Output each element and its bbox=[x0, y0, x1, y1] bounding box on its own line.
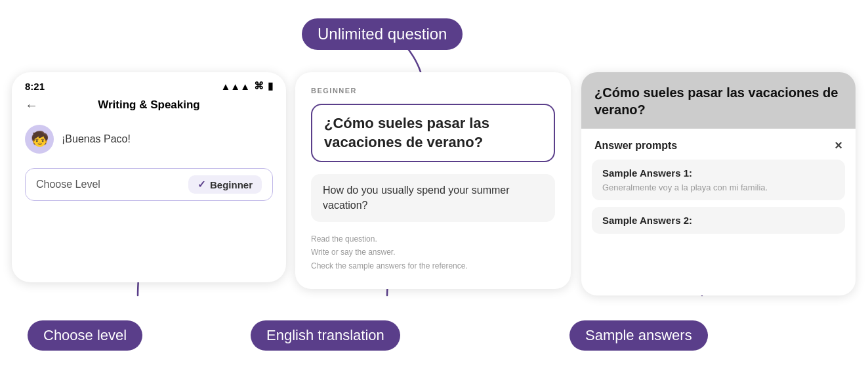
sample-answer-2-title: Sample Answers 2: bbox=[602, 215, 835, 226]
level-label: Choose Level bbox=[36, 179, 100, 190]
phone-card: 8:21 ▲▲▲ ⌘ ▮ ← Writing & Speaking 🧒 ¡Bue… bbox=[12, 72, 286, 282]
time-display: 8:21 bbox=[25, 81, 45, 92]
spanish-question: ¿Cómo sueles pasar las vacaciones de ver… bbox=[311, 104, 555, 162]
avatar: 🧒 bbox=[25, 125, 54, 154]
level-badge: ✓ Beginner bbox=[188, 175, 262, 194]
prompts-title: Answer prompts bbox=[594, 140, 677, 152]
difficulty-label: BEGINNER bbox=[311, 87, 555, 95]
right-card-header: ¿Cómo sueles pasar las vacaciones de ver… bbox=[581, 72, 856, 129]
screen-title: Writing & Speaking bbox=[98, 98, 200, 112]
close-button[interactable]: × bbox=[835, 138, 842, 153]
answer-prompts-bar: Answer prompts × bbox=[581, 129, 856, 160]
status-icons: ▲▲▲ ⌘ ▮ bbox=[220, 80, 273, 92]
right-card: ¿Cómo sueles pasar las vacaciones de ver… bbox=[581, 72, 856, 295]
sample-answer-2-box: Sample Answers 2: bbox=[592, 207, 845, 234]
checkmark-icon: ✓ bbox=[197, 179, 206, 190]
instructions: Read the question. Write or say the answ… bbox=[311, 232, 555, 272]
wifi-icon: ⌘ bbox=[254, 80, 264, 92]
callout-english-translation: English translation bbox=[251, 320, 400, 351]
level-selector[interactable]: Choose Level ✓ Beginner bbox=[25, 168, 273, 201]
sample-answer-1-title: Sample Answers 1: bbox=[602, 167, 835, 179]
battery-icon: ▮ bbox=[268, 80, 273, 92]
english-translation: How do you usually spend your summer vac… bbox=[311, 174, 555, 222]
middle-card: BEGINNER ¿Cómo sueles pasar las vacacion… bbox=[295, 72, 571, 289]
back-arrow-icon[interactable]: ← bbox=[25, 98, 38, 113]
callout-unlimited: Unlimited question bbox=[302, 18, 463, 50]
right-header-question: ¿Cómo sueles pasar las vacaciones de ver… bbox=[594, 85, 838, 117]
phone-header: ← Writing & Speaking bbox=[12, 95, 286, 118]
instruction-3: Check the sample answers for the referen… bbox=[311, 259, 555, 272]
greeting-text: ¡Buenas Paco! bbox=[62, 133, 131, 145]
callout-choose-level: Choose level bbox=[28, 320, 142, 351]
callout-sample-answers: Sample answers bbox=[569, 320, 708, 351]
level-value: Beginner bbox=[210, 179, 253, 190]
sample-answer-1-box: Sample Answers 1: Generalmente voy a la … bbox=[592, 160, 845, 200]
instruction-1: Read the question. bbox=[311, 232, 555, 246]
instruction-2: Write or say the answer. bbox=[311, 246, 555, 259]
status-bar: 8:21 ▲▲▲ ⌘ ▮ bbox=[12, 72, 286, 95]
signal-icon: ▲▲▲ bbox=[220, 81, 250, 92]
sample-answer-1-text: Generalmente voy a la playa con mi famil… bbox=[602, 183, 835, 192]
chat-row: 🧒 ¡Buenas Paco! bbox=[12, 118, 286, 160]
